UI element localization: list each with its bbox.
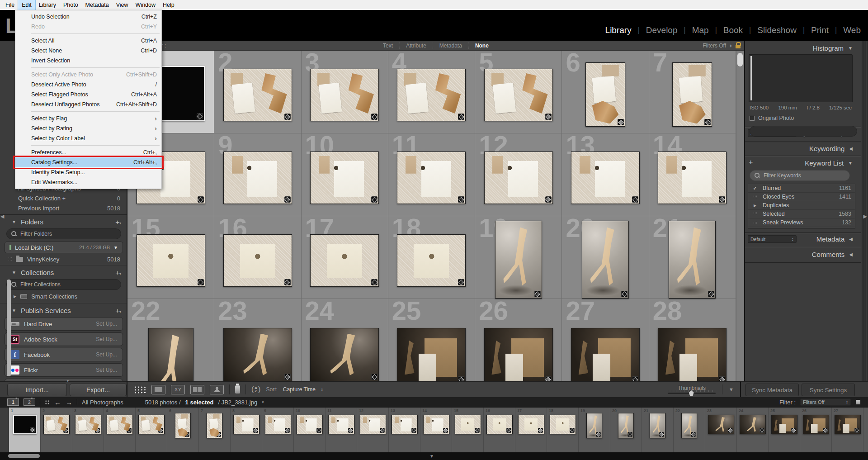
grid-cell-3[interactable]: 3 bbox=[302, 51, 388, 133]
sort-value[interactable]: Capture Time bbox=[283, 386, 316, 393]
publish-service-flickr[interactable]: FlickrSet Up... bbox=[5, 363, 123, 377]
filmstrip-thumbnail[interactable] bbox=[207, 413, 222, 438]
menu-item-select-by-rating[interactable]: Select by Rating› bbox=[15, 123, 161, 133]
filmstrip-thumbnail[interactable] bbox=[586, 413, 602, 438]
left-panel-scrollbar[interactable] bbox=[7, 280, 11, 376]
menubar-item-metadata[interactable]: Metadata bbox=[82, 0, 113, 10]
lock-icon[interactable] bbox=[736, 45, 741, 48]
menubar-item-help[interactable]: Help bbox=[159, 0, 178, 10]
panel-resize-caret-icon[interactable]: ▾ bbox=[67, 379, 69, 383]
keyword-badge-icon[interactable] bbox=[371, 279, 377, 285]
photo-thumbnail[interactable] bbox=[669, 221, 716, 299]
photo-thumbnail[interactable] bbox=[484, 152, 553, 204]
keyword-badge-icon[interactable] bbox=[458, 279, 464, 285]
keyword-badge-icon[interactable] bbox=[284, 114, 291, 120]
keyword-badge-icon[interactable] bbox=[458, 114, 464, 120]
filmstrip-filter-toggle[interactable] bbox=[855, 399, 861, 405]
photo-thumbnail[interactable] bbox=[137, 234, 205, 287]
keyword-badge-icon[interactable] bbox=[371, 374, 377, 380]
collapse-triangle-icon[interactable]: ◀ bbox=[849, 237, 853, 242]
menu-item-select-only-active-photo[interactable]: Select Only Active PhotoCtrl+Shift+D bbox=[15, 70, 161, 80]
grid-cell-27[interactable]: 27 bbox=[562, 299, 649, 381]
set-up-link[interactable]: Set Up... bbox=[96, 321, 117, 327]
menu-item-select-flagged-photos[interactable]: Select Flagged PhotosCtrl+Alt+A bbox=[15, 90, 161, 100]
photo-thumbnail[interactable] bbox=[223, 328, 292, 381]
filmstrip-cell-18[interactable]: 18 bbox=[547, 408, 579, 452]
keyword-badge-icon[interactable] bbox=[284, 374, 291, 380]
filmstrip-cell-17[interactable]: 17 bbox=[515, 408, 547, 452]
keyword-badge-icon[interactable] bbox=[284, 279, 291, 285]
catalog-item-quick-collection[interactable]: Quick Collection +0 bbox=[0, 193, 127, 203]
photo-thumbnail[interactable] bbox=[223, 234, 292, 287]
grid-cell-18[interactable]: 18 bbox=[388, 216, 475, 299]
source-label[interactable]: All Photographs bbox=[82, 399, 123, 406]
add-publish-service-button[interactable]: +▾ bbox=[115, 307, 121, 314]
keyword-badge-icon[interactable] bbox=[632, 376, 638, 381]
grid-cell-22[interactable]: 22 bbox=[127, 299, 214, 381]
add-collection-button[interactable]: +▾ bbox=[115, 269, 121, 276]
photo-thumbnail[interactable] bbox=[397, 69, 466, 121]
toolbar-options-icon[interactable]: ▼ bbox=[729, 387, 734, 392]
import-button[interactable]: Import... bbox=[7, 384, 67, 396]
filter-tab-attribute[interactable]: Attribute bbox=[399, 43, 433, 49]
filmstrip-cell-2[interactable]: 2 bbox=[41, 408, 72, 452]
menubar-item-view[interactable]: View bbox=[113, 0, 132, 10]
thumbnail-size-slider[interactable]: Thumbnails bbox=[668, 385, 716, 394]
filmstrip-cell-3[interactable]: 3 bbox=[72, 408, 104, 452]
grid-cell-20[interactable]: 20 bbox=[562, 216, 649, 299]
photo-thumbnail[interactable] bbox=[484, 69, 553, 121]
filmstrip-thumbnail[interactable] bbox=[138, 415, 165, 434]
spinner-icon[interactable]: ▲▼ bbox=[321, 388, 323, 391]
set-up-link[interactable]: Set Up... bbox=[96, 351, 117, 358]
filmstrip-cell-12[interactable]: 12 bbox=[357, 408, 389, 452]
filmstrip-cell-19[interactable]: 19 bbox=[579, 408, 610, 452]
right-panel-scroll-strip[interactable] bbox=[862, 41, 868, 381]
export-button[interactable]: Export... bbox=[70, 384, 127, 396]
check-icon[interactable]: ✓ bbox=[751, 185, 759, 191]
module-print[interactable]: Print bbox=[811, 25, 829, 35]
module-web[interactable]: Web bbox=[843, 25, 861, 35]
slider-track[interactable] bbox=[668, 393, 716, 394]
add-folder-button[interactable]: +▾ bbox=[115, 218, 121, 226]
photo-thumbnail[interactable] bbox=[658, 328, 726, 381]
grid-cell-6[interactable]: 6 bbox=[562, 51, 649, 133]
filmstrip-thumbnail[interactable] bbox=[43, 415, 70, 434]
menubar-item-library[interactable]: Library bbox=[35, 0, 60, 10]
filter-collections-input[interactable]: Filter Collections bbox=[6, 279, 121, 290]
keyword-badge-icon[interactable] bbox=[198, 279, 204, 285]
grid-cell-4[interactable]: 4 bbox=[388, 51, 475, 133]
comments-header[interactable]: Comments ◀ bbox=[745, 249, 861, 260]
photo-thumbnail[interactable] bbox=[571, 152, 640, 204]
set-up-link[interactable]: Set Up... bbox=[96, 336, 117, 342]
right-panel-collapse-icon[interactable]: ▶ bbox=[863, 213, 867, 219]
photo-thumbnail[interactable] bbox=[148, 328, 193, 381]
filmstrip-thumbnail[interactable] bbox=[392, 415, 418, 434]
collapse-triangle-icon[interactable]: ▼ bbox=[848, 46, 853, 51]
checkbox-icon[interactable] bbox=[750, 116, 755, 121]
grid-scrollbar[interactable] bbox=[736, 51, 744, 381]
photo-thumbnail[interactable] bbox=[495, 221, 542, 299]
grid-cell-7[interactable]: 7 bbox=[649, 51, 736, 133]
filmstrip-thumbnail[interactable] bbox=[75, 415, 101, 434]
photo-thumbnail[interactable] bbox=[484, 328, 553, 381]
filmstrip-cell-5[interactable]: 5 bbox=[136, 408, 167, 452]
photo-thumbnail[interactable] bbox=[310, 234, 379, 287]
filmstrip-thumbnail[interactable] bbox=[681, 413, 697, 438]
filmstrip-cell-7[interactable]: 7 bbox=[199, 408, 231, 452]
collapse-triangle-icon[interactable]: ◀ bbox=[849, 146, 853, 151]
grid-cell-15[interactable]: 15 bbox=[127, 216, 214, 299]
volume-local-disk[interactable]: Local Disk (C:) 21.4 / 238 GB ▼ bbox=[5, 242, 123, 253]
keyword-list-header[interactable]: Keyword List ▼ bbox=[745, 157, 861, 168]
filter-keywords-input[interactable]: Filter Keywords bbox=[750, 170, 850, 181]
photo-thumbnail[interactable] bbox=[223, 69, 292, 121]
module-map[interactable]: Map bbox=[692, 25, 709, 35]
sync-metadata-button[interactable]: Sync Metadata bbox=[745, 384, 799, 396]
menu-item-select-by-flag[interactable]: Select by Flag› bbox=[15, 114, 161, 123]
keyword-badge-icon[interactable] bbox=[621, 291, 627, 297]
filter-folders-input[interactable]: Filter Folders bbox=[6, 228, 121, 239]
keyword-badge-icon[interactable] bbox=[284, 196, 291, 203]
module-slideshow[interactable]: Slideshow bbox=[757, 25, 797, 35]
filmstrip-cell-22[interactable]: 22 bbox=[674, 408, 705, 452]
collapse-triangle-icon[interactable]: ▼ bbox=[848, 161, 853, 166]
keyword-badge-icon[interactable] bbox=[458, 376, 464, 381]
